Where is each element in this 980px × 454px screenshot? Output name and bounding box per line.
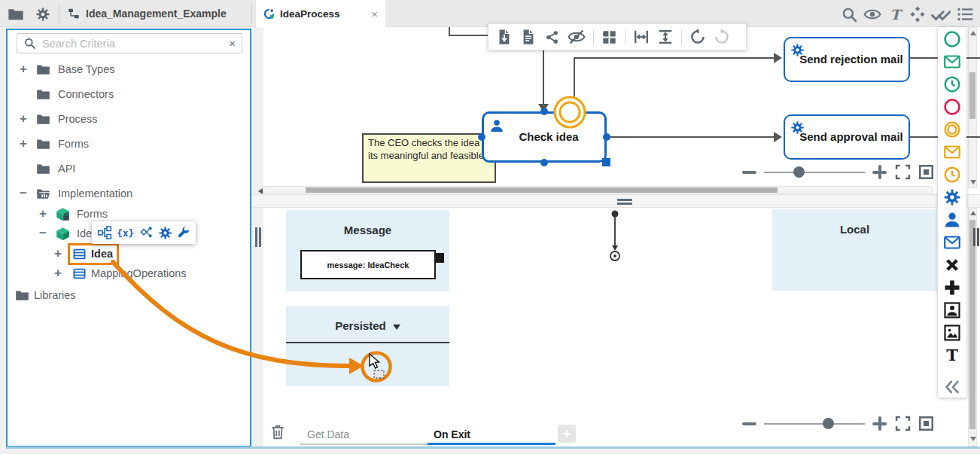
list-icon[interactable] bbox=[956, 5, 974, 23]
tab-on-exit[interactable]: On Exit bbox=[434, 428, 470, 440]
eye-icon[interactable] bbox=[863, 5, 881, 23]
hierarchy-icon[interactable] bbox=[97, 225, 112, 240]
fit-view-icon[interactable] bbox=[918, 163, 935, 181]
hide-icon[interactable] bbox=[568, 28, 586, 46]
undo-icon[interactable] bbox=[689, 29, 706, 45]
sidebar-item-libraries[interactable]: Libraries bbox=[0, 285, 245, 305]
sidebar-item-api[interactable]: API bbox=[0, 159, 245, 178]
expander-icon[interactable]: + bbox=[53, 244, 63, 264]
expander-icon[interactable]: + bbox=[38, 204, 48, 224]
send-task-envelope-icon[interactable] bbox=[943, 233, 961, 251]
zoom-out-icon[interactable] bbox=[742, 422, 756, 425]
sidebar-item-forms[interactable]: + Forms bbox=[0, 134, 245, 154]
exclusive-gateway-x-icon[interactable] bbox=[943, 256, 961, 274]
participant-frame-icon[interactable] bbox=[943, 301, 961, 319]
expression-icon[interactable]: {x} bbox=[117, 227, 134, 239]
left-splitter[interactable] bbox=[253, 27, 263, 446]
sidebar-item-base-types[interactable]: + Base Types bbox=[0, 59, 245, 79]
settings-gear-button[interactable] bbox=[33, 5, 53, 23]
selection-handle[interactable] bbox=[478, 133, 485, 141]
export-document-icon[interactable] bbox=[496, 29, 513, 45]
zoom-slider-thumb[interactable] bbox=[793, 166, 805, 178]
expander-icon[interactable]: + bbox=[18, 109, 29, 129]
parallel-gateway-plus-icon[interactable] bbox=[943, 279, 961, 297]
trash-icon[interactable] bbox=[269, 423, 286, 440]
scrollbar-thumb[interactable] bbox=[969, 220, 975, 429]
collapse-chevrons-icon[interactable] bbox=[943, 378, 961, 396]
align-cluster-icon[interactable] bbox=[909, 6, 926, 23]
horizontal-scrollbar[interactable] bbox=[263, 186, 933, 194]
tab-project[interactable]: Idea_Management_Example bbox=[60, 0, 251, 27]
document-icon[interactable] bbox=[520, 29, 537, 45]
distribute-horizontal-icon[interactable] bbox=[633, 29, 650, 45]
add-tab-button[interactable]: + bbox=[558, 425, 576, 443]
resize-handle[interactable] bbox=[602, 158, 610, 166]
message-container[interactable]: Message message: IdeaCheck bbox=[286, 210, 449, 291]
splitter-handle[interactable] bbox=[617, 199, 632, 205]
task-send-rejection-mail[interactable]: Send rejection mail bbox=[784, 37, 910, 82]
expander-icon[interactable]: + bbox=[53, 264, 63, 283]
fullscreen-icon[interactable] bbox=[894, 415, 912, 432]
scroll-down-arrow[interactable] bbox=[970, 180, 976, 184]
validate-double-check-icon[interactable] bbox=[931, 5, 951, 24]
message-item[interactable]: message: IdeaCheck bbox=[300, 250, 436, 279]
zoom-slider[interactable] bbox=[764, 172, 865, 173]
folder-button[interactable] bbox=[6, 5, 26, 23]
sidebar-item-connectors[interactable]: Connectors bbox=[0, 84, 245, 104]
grid-icon[interactable] bbox=[601, 29, 617, 45]
share-icon[interactable] bbox=[544, 29, 560, 45]
zoom-in-icon[interactable] bbox=[872, 165, 887, 179]
wrench-icon[interactable] bbox=[177, 226, 190, 239]
intermediate-message-envelope-icon[interactable] bbox=[943, 143, 961, 161]
sidebar-item-mapping-operations[interactable]: + MappingOperations bbox=[0, 264, 245, 283]
scroll-down-arrow[interactable] bbox=[970, 437, 976, 441]
end-event-circle-icon[interactable] bbox=[943, 98, 961, 116]
zoom-slider[interactable] bbox=[764, 423, 865, 425]
image-frame-icon[interactable] bbox=[943, 324, 961, 342]
sidebar-item-process[interactable]: + Process bbox=[0, 109, 245, 129]
collapse-icon[interactable]: − bbox=[38, 224, 48, 243]
intermediate-timer-clock-icon[interactable] bbox=[943, 166, 961, 184]
sidebar-item-idea[interactable]: + Idea bbox=[0, 244, 245, 264]
fit-view-icon[interactable] bbox=[918, 415, 935, 432]
expander-icon[interactable]: + bbox=[18, 59, 29, 79]
selection-handle[interactable] bbox=[540, 159, 548, 166]
selection-handle[interactable] bbox=[603, 133, 610, 141]
task-send-approval-mail[interactable]: Send approval mail bbox=[784, 114, 910, 160]
user-task-person-icon[interactable] bbox=[943, 211, 961, 229]
text-annotation-icon[interactable] bbox=[943, 346, 961, 364]
annotation-note[interactable]: The CEO checks the idea if its meaningfu… bbox=[362, 133, 496, 183]
splitter-handle[interactable] bbox=[259, 227, 261, 247]
fullscreen-icon[interactable] bbox=[894, 163, 912, 181]
zoom-out-icon[interactable] bbox=[742, 171, 756, 174]
chevron-down-icon[interactable] bbox=[393, 325, 400, 330]
collapse-icon[interactable]: − bbox=[18, 184, 29, 203]
right-splitter-handle[interactable] bbox=[977, 228, 979, 246]
scroll-up-arrow[interactable] bbox=[970, 211, 976, 215]
item-handle[interactable] bbox=[436, 253, 444, 263]
splitter-handle[interactable] bbox=[255, 227, 257, 247]
close-tab-icon[interactable]: × bbox=[371, 8, 378, 20]
scroll-up-arrow[interactable] bbox=[970, 31, 976, 35]
scrollbar-thumb[interactable] bbox=[306, 187, 778, 193]
service-task-gear-icon[interactable] bbox=[943, 188, 961, 206]
gear-icon[interactable] bbox=[158, 226, 172, 240]
tab-get-data[interactable]: Get Data bbox=[307, 428, 349, 440]
zoom-in-icon[interactable] bbox=[872, 416, 887, 431]
start-event-circle-icon[interactable] bbox=[943, 30, 961, 48]
tab-idea-process[interactable]: IdeaProcess × bbox=[256, 0, 385, 27]
expander-icon[interactable]: + bbox=[18, 134, 29, 154]
scroll-left-arrow[interactable] bbox=[258, 188, 263, 194]
right-splitter-handle[interactable] bbox=[973, 228, 975, 246]
timer-start-clock-icon[interactable] bbox=[943, 75, 961, 93]
distribute-vertical-icon[interactable] bbox=[657, 29, 674, 45]
horizontal-splitter[interactable] bbox=[253, 194, 980, 208]
vertical-scrollbar-bottom[interactable] bbox=[968, 208, 977, 446]
vertical-scrollbar-top[interactable] bbox=[968, 27, 977, 188]
task-check-idea[interactable]: Check idea bbox=[482, 111, 607, 163]
mapping-icon[interactable] bbox=[138, 225, 154, 240]
text-style-icon[interactable] bbox=[887, 6, 904, 23]
search-icon[interactable] bbox=[841, 6, 858, 23]
clear-search-icon[interactable]: × bbox=[229, 37, 236, 50]
search-input[interactable] bbox=[42, 38, 223, 50]
